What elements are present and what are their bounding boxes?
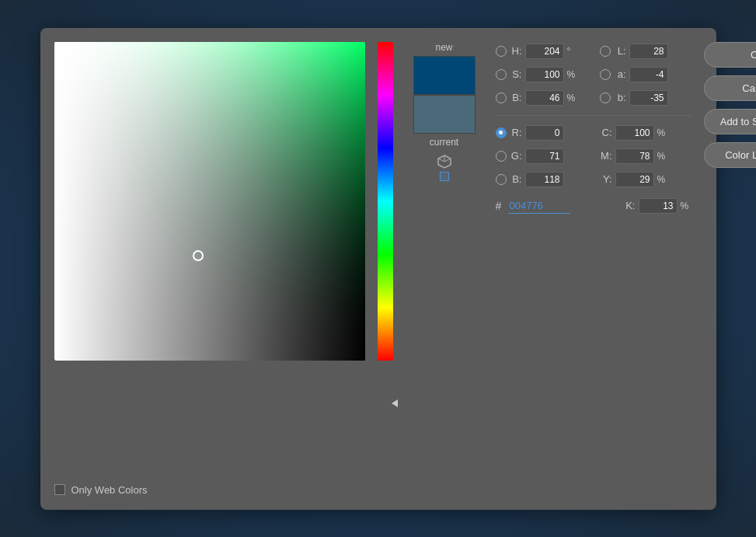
color-libraries-button[interactable]: Color Libraries xyxy=(704,142,757,168)
bottom-row: Only Web Colors xyxy=(54,484,702,496)
g-radio[interactable] xyxy=(496,151,507,162)
color-preview-section: new current xyxy=(406,42,483,475)
c-unit: % xyxy=(657,127,668,138)
b-rgb-radio[interactable] xyxy=(496,174,507,185)
svg-line-3 xyxy=(444,159,451,162)
r-radio[interactable] xyxy=(496,127,507,138)
only-web-colors-label: Only Web Colors xyxy=(71,484,148,496)
only-web-colors-checkbox[interactable] xyxy=(54,484,65,495)
hex-k-row: # K: % xyxy=(496,197,692,215)
m-label: M: xyxy=(600,150,612,162)
hue-slider-container[interactable] xyxy=(378,42,393,361)
b-hsb-radio[interactable] xyxy=(496,92,507,103)
hue-slider[interactable] xyxy=(378,42,393,361)
h-label: H: xyxy=(510,45,522,57)
h-unit: ° xyxy=(567,46,578,57)
c-input[interactable] xyxy=(615,125,654,141)
cube-icon-area[interactable] xyxy=(437,154,452,181)
hex-label: # xyxy=(496,200,505,212)
cancel-button[interactable]: Cancel xyxy=(704,75,757,101)
picker-cursor[interactable] xyxy=(193,250,204,261)
r-label: R: xyxy=(510,127,522,138)
svg-line-2 xyxy=(438,159,444,162)
l-input[interactable] xyxy=(629,44,668,59)
b-rgb-label: B: xyxy=(510,173,522,185)
r-input[interactable] xyxy=(525,125,564,141)
color-picker-dialog: new current xyxy=(40,28,716,510)
cube-icon xyxy=(437,154,452,169)
h-radio[interactable] xyxy=(496,46,507,57)
b-lab-label: b: xyxy=(614,92,626,103)
s-unit: % xyxy=(567,69,578,80)
m-unit: % xyxy=(657,151,668,162)
current-label: current xyxy=(430,137,458,148)
a-label: a: xyxy=(614,68,626,80)
s-label: S: xyxy=(510,68,522,80)
y-label: Y: xyxy=(600,173,612,185)
b-rgb-row: B: Y: % xyxy=(496,170,692,189)
new-color-swatch xyxy=(413,56,476,95)
l-radio[interactable] xyxy=(600,46,611,57)
h-row: H: ° L: xyxy=(496,42,692,61)
new-label: new xyxy=(435,42,452,53)
right-panel: OK Cancel Add to Swatches Color Librarie… xyxy=(704,42,757,475)
m-input[interactable] xyxy=(615,148,654,164)
b-hsb-row: B: % b: xyxy=(496,89,692,107)
b-hsb-input[interactable] xyxy=(525,90,564,106)
hex-input[interactable] xyxy=(508,198,570,214)
c-label: C: xyxy=(600,127,612,138)
l-label: L: xyxy=(614,45,626,57)
k-label: K: xyxy=(623,200,636,211)
y-input[interactable] xyxy=(615,172,654,187)
b-hsb-label: B: xyxy=(510,92,522,103)
g-row: G: M: % xyxy=(496,147,692,166)
b-lab-radio[interactable] xyxy=(600,92,611,103)
separator xyxy=(496,115,692,116)
a-input[interactable] xyxy=(629,67,668,82)
ok-button[interactable]: OK xyxy=(704,42,757,68)
g-input[interactable] xyxy=(525,148,564,164)
r-row: R: C: % xyxy=(496,124,692,142)
color-swatches xyxy=(413,56,476,134)
k-input[interactable] xyxy=(639,198,678,214)
k-unit: % xyxy=(681,201,692,211)
s-input[interactable] xyxy=(525,67,564,82)
hue-slider-arrow xyxy=(392,399,398,407)
b-hsb-unit: % xyxy=(567,92,578,103)
color-picker-gradient-area[interactable] xyxy=(54,42,365,361)
current-color-swatch xyxy=(413,95,476,134)
b-rgb-input[interactable] xyxy=(525,172,564,187)
color-gradient[interactable] xyxy=(54,42,365,361)
s-radio[interactable] xyxy=(496,69,507,80)
g-label: G: xyxy=(510,150,522,162)
small-square-icon xyxy=(440,172,449,181)
add-to-swatches-button[interactable]: Add to Swatches xyxy=(704,109,757,134)
a-radio[interactable] xyxy=(600,69,611,80)
s-row: S: % a: xyxy=(496,65,692,84)
values-section: H: ° L: S: % a: B: xyxy=(496,42,692,475)
y-unit: % xyxy=(657,174,668,185)
h-input[interactable] xyxy=(525,44,564,59)
b-lab-input[interactable] xyxy=(629,90,668,106)
